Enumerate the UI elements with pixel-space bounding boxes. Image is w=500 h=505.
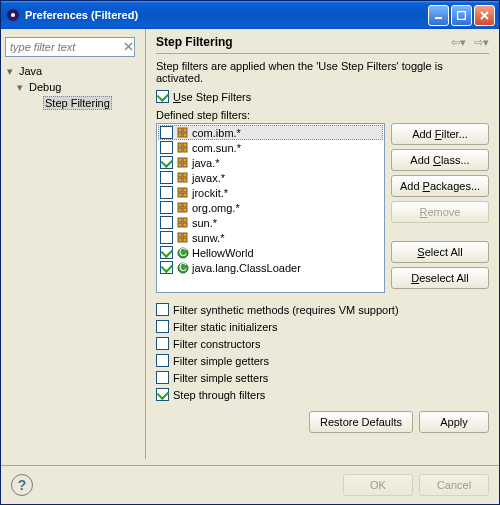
filter-item[interactable]: javax.*	[158, 170, 383, 185]
package-icon	[177, 217, 189, 229]
filter-label: com.ibm.*	[192, 127, 241, 139]
svg-rect-28	[178, 218, 182, 222]
svg-rect-25	[183, 203, 187, 207]
checkbox-icon[interactable]	[160, 261, 173, 274]
clear-filter-icon[interactable]	[122, 40, 135, 53]
checkbox-icon[interactable]	[160, 126, 173, 139]
forward-icon[interactable]: ⇨▾	[474, 36, 489, 49]
add-filter-button[interactable]: Add Filter...	[391, 123, 489, 145]
static-init-checkbox[interactable]: Filter static initializers	[156, 318, 489, 335]
section-description: Step filters are applied when the 'Use S…	[156, 60, 489, 84]
svg-rect-35	[183, 238, 187, 242]
filter-label: jrockit.*	[192, 187, 228, 199]
filter-label: java.lang.ClassLoader	[192, 262, 301, 274]
checkbox-icon	[156, 320, 169, 333]
class-icon: C	[177, 247, 189, 259]
tree-node-java[interactable]: ▾ Java	[5, 63, 141, 79]
package-icon	[177, 172, 189, 184]
svg-rect-14	[178, 163, 182, 167]
svg-rect-2	[435, 17, 442, 19]
minimize-button[interactable]	[428, 5, 449, 26]
apply-button[interactable]: Apply	[419, 411, 489, 433]
filter-label: HellowWorld	[192, 247, 254, 259]
filter-label: javax.*	[192, 172, 225, 184]
app-icon	[5, 7, 21, 23]
filters-list[interactable]: com.ibm.*com.sun.*java.*javax.*jrockit.*…	[156, 123, 385, 293]
svg-rect-20	[178, 188, 182, 192]
checkbox-icon	[156, 337, 169, 350]
checkbox-icon[interactable]	[160, 216, 173, 229]
tree-node-step-filtering[interactable]: Step Filtering	[43, 95, 141, 111]
checkbox-icon[interactable]	[160, 201, 173, 214]
checkbox-icon[interactable]	[160, 171, 173, 184]
expand-icon[interactable]: ▾	[5, 65, 15, 78]
svg-text:C: C	[179, 262, 187, 273]
package-icon	[177, 202, 189, 214]
svg-rect-26	[178, 208, 182, 212]
deselect-all-button[interactable]: Deselect All	[391, 267, 489, 289]
svg-rect-29	[183, 218, 187, 222]
filter-item[interactable]: com.ibm.*	[158, 125, 383, 140]
remove-button: Remove	[391, 201, 489, 223]
checkbox-icon[interactable]	[160, 186, 173, 199]
svg-rect-27	[183, 208, 187, 212]
cancel-button[interactable]: Cancel	[419, 474, 489, 496]
close-button[interactable]	[474, 5, 495, 26]
ok-button[interactable]: OK	[343, 474, 413, 496]
back-icon[interactable]: ⇦▾	[451, 36, 466, 49]
setters-checkbox[interactable]: Filter simple setters	[156, 369, 489, 386]
svg-rect-7	[183, 133, 187, 137]
filter-item[interactable]: java.*	[158, 155, 383, 170]
checkbox-icon[interactable]	[160, 141, 173, 154]
svg-rect-32	[178, 233, 182, 237]
window-title: Preferences (Filtered)	[25, 9, 138, 21]
filter-label: sun.*	[192, 217, 217, 229]
checkbox-icon[interactable]	[160, 231, 173, 244]
svg-rect-8	[178, 143, 182, 147]
constructors-checkbox[interactable]: Filter constructors	[156, 335, 489, 352]
svg-rect-5	[183, 128, 187, 132]
preferences-dialog: Preferences (Filtered) ▾	[0, 0, 500, 505]
svg-rect-3	[458, 11, 466, 19]
svg-rect-15	[183, 163, 187, 167]
svg-rect-18	[178, 178, 182, 182]
checkbox-icon	[156, 371, 169, 384]
svg-rect-22	[178, 193, 182, 197]
select-all-button[interactable]: Select All	[391, 241, 489, 263]
step-through-checkbox[interactable]: Step through filters	[156, 386, 489, 403]
add-packages-button[interactable]: Add Packages...	[391, 175, 489, 197]
checkbox-icon[interactable]	[160, 246, 173, 259]
preferences-tree[interactable]: ▾ Java ▾ Debug Step Filtering	[5, 63, 141, 111]
expand-icon[interactable]: ▾	[15, 81, 25, 94]
filter-item[interactable]: sun.*	[158, 215, 383, 230]
filter-item[interactable]: com.sun.*	[158, 140, 383, 155]
filter-item[interactable]: CHellowWorld	[158, 245, 383, 260]
use-step-filters-checkbox[interactable]: Use Step Filters	[156, 88, 489, 105]
package-icon	[177, 157, 189, 169]
filter-input[interactable]	[5, 37, 135, 57]
svg-rect-30	[178, 223, 182, 227]
filter-item[interactable]: org.omg.*	[158, 200, 383, 215]
getters-checkbox[interactable]: Filter simple getters	[156, 352, 489, 369]
help-icon[interactable]: ?	[11, 474, 33, 496]
checkbox-icon[interactable]	[160, 156, 173, 169]
right-pane: Step Filtering ⇦▾ ⇨▾ Step filters are ap…	[146, 29, 499, 459]
filter-item[interactable]: Cjava.lang.ClassLoader	[158, 260, 383, 275]
svg-rect-31	[183, 223, 187, 227]
filter-item[interactable]: sunw.*	[158, 230, 383, 245]
synthetic-checkbox[interactable]: Filter synthetic methods (requires VM su…	[156, 301, 489, 318]
checkbox-icon	[156, 388, 169, 401]
filter-item[interactable]: jrockit.*	[158, 185, 383, 200]
defined-filters-label: Defined step filters:	[156, 109, 489, 121]
section-title: Step Filtering	[156, 35, 233, 49]
tree-node-debug[interactable]: ▾ Debug	[15, 79, 141, 95]
svg-rect-9	[183, 143, 187, 147]
checkbox-icon	[156, 90, 169, 103]
svg-rect-34	[178, 238, 182, 242]
filter-label: java.*	[192, 157, 220, 169]
package-icon	[177, 187, 189, 199]
add-class-button[interactable]: Add Class...	[391, 149, 489, 171]
maximize-button[interactable]	[451, 5, 472, 26]
restore-defaults-button[interactable]: Restore Defaults	[309, 411, 413, 433]
checkbox-icon	[156, 354, 169, 367]
